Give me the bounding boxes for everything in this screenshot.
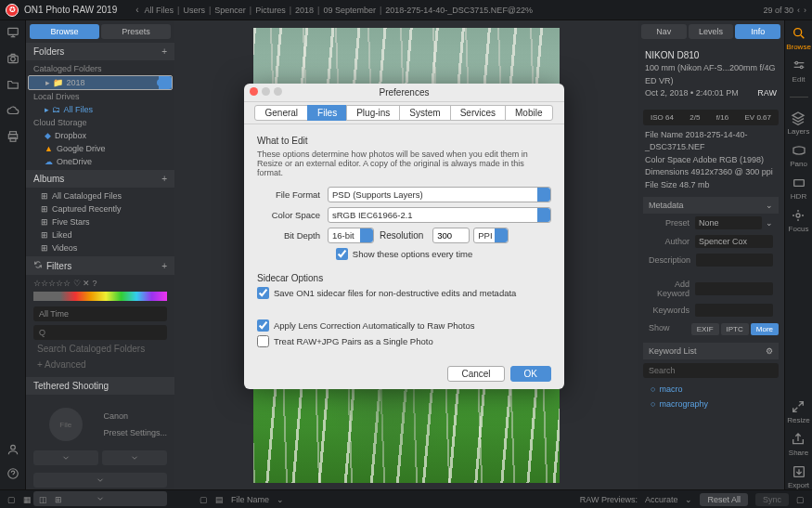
add-filter-icon[interactable]: + [161,261,167,271]
add-album-icon[interactable]: + [161,174,167,184]
sync-button[interactable]: Sync [755,493,789,506]
mode-hdr[interactable]: HDR [791,176,806,201]
camera-icon[interactable] [6,52,19,67]
reset-all-button[interactable]: Reset All [700,493,748,506]
preset-settings[interactable]: Preset Settings... [103,428,167,437]
breadcrumb[interactable]: All Files| Users| Spencer| Pictures| 201… [145,6,533,15]
lens-correction-checkbox[interactable] [257,319,269,332]
mode-export[interactable]: Export [788,464,809,489]
mtab-services[interactable]: Services [450,105,506,121]
description-field[interactable] [696,254,773,267]
mtab-mobile[interactable]: Mobile [505,105,552,121]
folder-2018[interactable]: ▸ 📁2018 [28,75,173,90]
cloud-dropbox[interactable]: ◆Dropbox [26,129,174,142]
mode-share[interactable]: Share [789,432,808,457]
mtab-general[interactable]: General [254,105,308,121]
tether-trigger[interactable]: File [49,408,83,441]
rtab-info[interactable]: Info [735,24,780,39]
mtab-files[interactable]: Files [307,105,347,121]
metadata-header[interactable]: Metadata⌄ [643,197,779,214]
mode-browse[interactable]: Browse [786,26,811,51]
user-icon[interactable] [6,443,19,458]
filters-section[interactable]: Filters+ [26,256,174,275]
keyword-search[interactable] [643,363,779,378]
bit-depth-select[interactable]: 16-bit [328,228,374,243]
treat-raw-checkbox[interactable] [257,335,269,347]
color-space-select[interactable]: sRGB IEC61966-2.1 [328,207,551,223]
ok-button[interactable]: OK [510,366,551,382]
keyword-macrography[interactable]: macrography [643,397,779,411]
ppi-select[interactable]: PPI [473,228,509,243]
pill-iptc[interactable]: IPTC [721,323,749,335]
album-recent[interactable]: ⊞ Captured Recently [26,202,174,215]
all-files[interactable]: ▸ 🗂 All Files [26,103,174,116]
view-single-icon[interactable]: ▢ [7,495,16,504]
tether-dd4[interactable] [33,491,167,506]
add-keyword-field[interactable] [695,282,773,295]
left-panel: Browse Presets Folders+ Cataloged Folder… [26,20,174,489]
cancel-button[interactable]: Cancel [447,366,504,382]
view-grid-icon[interactable]: ▦ [23,495,32,504]
album-all[interactable]: ⊞ All Cataloged Files [26,189,174,202]
close-icon[interactable] [250,87,258,96]
gear-icon[interactable]: ⚙ [766,346,773,356]
add-folder-icon[interactable]: + [161,46,167,57]
search-cataloged[interactable]: Search Cataloged Folders [33,342,167,356]
author-field[interactable]: Spencer Cox [695,235,773,248]
cloud-icon[interactable] [6,104,19,119]
search-input[interactable] [33,325,167,340]
toggle-panel-icon[interactable]: ▢ [796,495,805,504]
view-map-icon[interactable]: ⊞ [55,495,62,504]
mode-resize[interactable]: Resize [787,399,809,424]
time-filter[interactable] [33,306,167,321]
cloud-storage[interactable]: Cloud Storage [26,116,174,129]
keyword-list-header[interactable]: Keyword List⚙ [643,343,779,359]
color-filter-strip[interactable] [33,292,167,301]
mode-layers[interactable]: Layers [787,111,809,136]
display-icon[interactable] [6,26,19,41]
tether-dd2[interactable] [102,450,167,465]
album-liked[interactable]: ⊞ Liked [26,228,174,241]
mtab-plugins[interactable]: Plug-ins [346,105,400,121]
back-icon[interactable]: ‹ [135,5,138,15]
cloud-gdrive[interactable]: ▲Google Drive [26,142,174,155]
keywords-field[interactable] [695,304,773,317]
view-compare-icon[interactable]: ◫ [39,495,47,504]
file-format-select[interactable]: PSD (Supports Layers) [328,187,551,202]
preset-select[interactable]: None [695,216,762,229]
rtab-levels[interactable]: Levels [689,24,734,39]
folder-icon[interactable] [6,78,19,93]
help-icon[interactable] [6,467,19,482]
refresh-icon[interactable] [33,260,43,271]
raw-previews-mode[interactable]: Accurate [645,495,678,504]
pill-more[interactable]: More [751,323,779,335]
album-videos[interactable]: ⊞ Videos [26,241,174,254]
cloud-onedrive[interactable]: ☁OneDrive [26,155,174,168]
mode-edit[interactable]: Edit [792,59,806,84]
album-fivestars[interactable]: ⊞ Five Stars [26,215,174,228]
chevron-down-icon[interactable]: ⌄ [766,201,773,210]
save-sidecar-checkbox[interactable] [257,287,269,299]
mtab-system[interactable]: System [399,105,450,121]
next-icon[interactable]: › [804,6,806,15]
folders-section[interactable]: Folders+ [26,43,174,60]
albums-section[interactable]: Albums+ [26,170,174,188]
tab-presets[interactable]: Presets [101,24,171,39]
local-drives[interactable]: Local Drives [26,90,174,103]
stops-value: 2/5 [690,113,700,122]
resolution-input[interactable] [432,228,470,243]
tether-dd3[interactable] [33,473,167,488]
print-icon[interactable] [6,130,19,145]
tether-section[interactable]: Tethered Shooting [26,377,174,395]
show-every-checkbox[interactable] [336,248,348,260]
advanced-filter[interactable]: + Advanced [33,356,167,373]
mode-focus[interactable]: Focus [789,208,809,233]
pill-exif[interactable]: EXIF [691,323,719,335]
tab-browse[interactable]: Browse [30,24,99,39]
rtab-nav[interactable]: Nav [641,24,687,39]
mode-pano[interactable]: Pano [790,143,807,168]
tether-dd1[interactable] [33,450,98,465]
cataloged-folders[interactable]: Cataloged Folders [26,62,174,75]
keyword-macro[interactable]: macro [643,382,779,397]
prev-icon[interactable]: ‹ [797,6,800,15]
